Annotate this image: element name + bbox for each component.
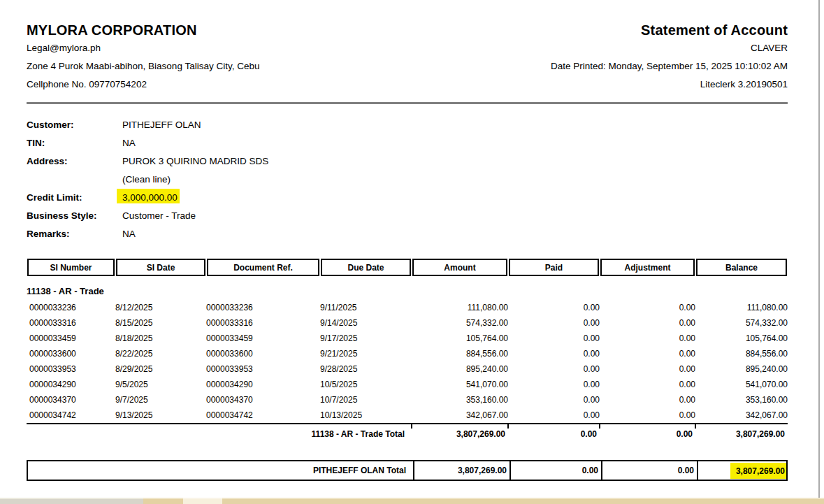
- window-right-edge: [818, 0, 820, 498]
- cell-document-ref: 0000033953: [206, 361, 320, 377]
- cell-balance: 541,070.00: [695, 377, 788, 392]
- header-divider: [27, 102, 788, 104]
- cell-si-date: 9/5/2025: [115, 377, 206, 392]
- cell-si-date: 8/15/2025: [115, 315, 206, 331]
- cell-adjustment: 0.00: [600, 408, 695, 423]
- cell-adjustment: 0.00: [600, 377, 695, 392]
- cell-due-date: 9/21/2025: [320, 346, 412, 361]
- cell-si-date: 9/13/2025: [115, 408, 206, 423]
- address-value: PUROK 3 QUIRINO MADRID SDS: [122, 152, 788, 171]
- cell-due-date: 9/14/2025: [320, 315, 412, 331]
- company-address: Zone 4 Purok Maabi-abihon, Biasong Talis…: [27, 57, 259, 75]
- cell-balance: 574,332.00: [695, 315, 788, 331]
- cell-si-number: 0000034742: [27, 408, 115, 423]
- col-header-amount: Amount: [412, 259, 507, 276]
- cell-si-number: 0000033600: [27, 346, 115, 361]
- table-row: 0000033316 8/15/2025 0000033316 9/14/202…: [27, 315, 788, 331]
- cell-amount: 541,070.00: [412, 377, 508, 392]
- invoice-rows-table: 0000033236 8/12/2025 0000033236 9/11/202…: [27, 300, 788, 423]
- report-user: CLAVER: [551, 39, 788, 57]
- customer-info: Customer: PITHEJEFF OLAN TIN: NA Address…: [27, 116, 788, 243]
- cell-paid: 0.00: [508, 361, 600, 377]
- group-total-adjustment: 0.00: [600, 424, 695, 444]
- company-block: MYLORA CORPORATION Legal@mylora.ph Zone …: [27, 22, 259, 94]
- cell-document-ref: 0000033316: [206, 315, 320, 331]
- customer-row: Customer: PITHEJEFF OLAN: [27, 116, 788, 134]
- cell-si-number: 0000033459: [27, 331, 115, 346]
- bottom-edge-segment-tan2: [222, 498, 824, 504]
- cell-balance: 895,240.00: [695, 361, 788, 377]
- cell-si-date: 8/22/2025: [115, 346, 206, 361]
- grand-total-balance: 3,807,269.00: [697, 461, 789, 480]
- company-phone: Cellphone No. 09770754202: [27, 75, 259, 94]
- document-page: MYLORA CORPORATION Legal@mylora.ph Zone …: [0, 0, 824, 504]
- cell-adjustment: 0.00: [600, 331, 695, 346]
- tin-row: TIN: NA: [27, 134, 788, 152]
- table-row: 0000033236 8/12/2025 0000033236 9/11/202…: [27, 300, 788, 315]
- cell-document-ref: 0000033459: [206, 331, 320, 346]
- cell-adjustment: 0.00: [600, 361, 695, 377]
- tin-label: TIN:: [27, 134, 122, 152]
- cell-due-date: 10/13/2025: [320, 408, 412, 423]
- cell-si-number: 0000033953: [27, 361, 115, 377]
- report-title: Statement of Account: [551, 22, 788, 39]
- group-total-label: 11138 - AR - Trade Total: [27, 424, 412, 444]
- cell-adjustment: 0.00: [600, 346, 695, 361]
- cell-amount: 574,332.00: [412, 315, 508, 331]
- customer-value: PITHEJEFF OLAN: [122, 116, 788, 134]
- company-email: Legal@mylora.ph: [27, 39, 259, 57]
- report-date-printed: Date Printed: Monday, September 15, 2025…: [551, 57, 788, 75]
- cell-si-date: 8/29/2025: [115, 361, 206, 377]
- business-style-value: Customer - Trade: [122, 207, 788, 225]
- cell-balance: 353,160.00: [695, 392, 788, 408]
- cell-balance: 884,556.00: [695, 346, 788, 361]
- cell-amount: 884,556.00: [412, 346, 508, 361]
- cell-amount: 353,160.00: [412, 392, 508, 408]
- remarks-row: Remarks: NA: [27, 225, 788, 243]
- group-total-amount: 3,807,269.00: [412, 424, 508, 444]
- cell-paid: 0.00: [508, 408, 600, 423]
- business-style-row: Business Style: Customer - Trade: [27, 207, 788, 225]
- cell-balance: 111,080.00: [695, 300, 788, 315]
- window-bottom-edge: [0, 498, 824, 504]
- cell-amount: 342,067.00: [412, 408, 508, 423]
- cell-paid: 0.00: [508, 392, 600, 408]
- table-row: 0000034742 9/13/2025 0000034742 10/13/20…: [27, 408, 788, 423]
- cell-paid: 0.00: [508, 300, 600, 315]
- bottom-edge-segment-cream: [183, 498, 222, 504]
- cell-si-date: 8/18/2025: [115, 331, 206, 346]
- table-row: 0000034290 9/5/2025 0000034290 10/5/2025…: [27, 377, 788, 392]
- cell-paid: 0.00: [508, 315, 600, 331]
- credit-limit-row: Credit Limit: 3,000,000.00: [27, 189, 788, 207]
- cell-balance: 342,067.00: [695, 408, 788, 423]
- business-style-label: Business Style:: [27, 207, 122, 225]
- cell-paid: 0.00: [508, 331, 600, 346]
- table-row: 0000034370 9/7/2025 0000034370 10/7/2025…: [27, 392, 788, 408]
- grand-total-adjustment: 0.00: [601, 461, 697, 480]
- cell-si-number: 0000034290: [27, 377, 115, 392]
- cell-due-date: 9/11/2025: [320, 300, 412, 315]
- cell-si-date: 9/7/2025: [115, 392, 206, 408]
- table-row: 0000033459 8/18/2025 0000033459 9/17/202…: [27, 331, 788, 346]
- col-header-document-ref: Document Ref.: [207, 259, 319, 276]
- cell-si-number: 0000033236: [27, 300, 115, 315]
- remarks-value: NA: [122, 225, 788, 243]
- credit-limit-highlight: 3,000,000.00: [117, 189, 180, 203]
- address-line2-value: (Clean line): [122, 171, 788, 189]
- cell-si-number: 0000034370: [27, 392, 115, 408]
- customer-label: Customer:: [27, 116, 122, 134]
- address-row: Address: PUROK 3 QUIRINO MADRID SDS: [27, 152, 788, 171]
- cell-paid: 0.00: [508, 346, 600, 361]
- table-header-row: SI Number SI Date Document Ref. Due Date…: [27, 259, 788, 276]
- tin-value: NA: [122, 134, 788, 152]
- cell-document-ref: 0000034290: [206, 377, 320, 392]
- col-header-due-date: Due Date: [321, 259, 411, 276]
- grand-total-row: PITHEJEFF OLAN Total 3,807,269.00 0.00 0…: [27, 460, 788, 481]
- cell-adjustment: 0.00: [600, 300, 695, 315]
- invoice-rows-body: 0000033236 8/12/2025 0000033236 9/11/202…: [27, 300, 788, 423]
- cell-due-date: 10/5/2025: [320, 377, 412, 392]
- cell-document-ref: 0000033600: [206, 346, 320, 361]
- document-content: MYLORA CORPORATION Legal@mylora.ph Zone …: [27, 0, 788, 481]
- cell-paid: 0.00: [508, 377, 600, 392]
- col-header-si-date: SI Date: [116, 259, 205, 276]
